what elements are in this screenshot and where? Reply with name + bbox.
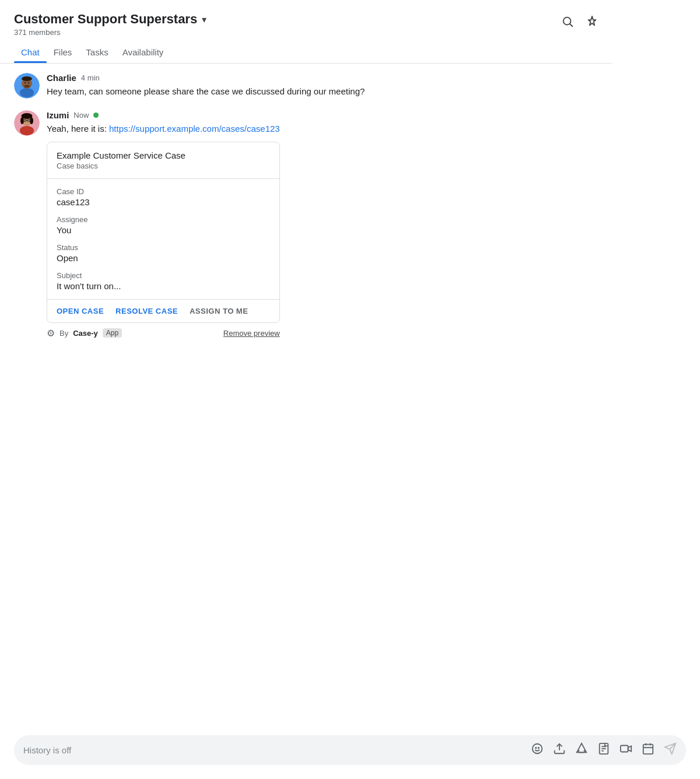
- case-card-subtitle: Case basics: [57, 162, 270, 170]
- field-subject: Subject It won't turn on...: [57, 271, 270, 291]
- izumi-text: Yeah, here it is: https://support.exampl…: [47, 122, 280, 136]
- input-bar: History is off: [14, 735, 612, 765]
- by-text: By: [60, 329, 68, 338]
- tab-availability[interactable]: Availability: [116, 41, 171, 63]
- svg-point-22: [538, 748, 539, 748]
- assignee-label: Assignee: [57, 215, 270, 224]
- assign-to-me-button[interactable]: ASSIGN TO ME: [190, 307, 248, 315]
- svg-point-0: [564, 17, 571, 25]
- tab-files[interactable]: Files: [47, 41, 79, 63]
- remove-preview-button[interactable]: Remove preview: [223, 329, 280, 338]
- doc-icon[interactable]: [597, 742, 610, 758]
- tab-tasks[interactable]: Tasks: [79, 41, 115, 63]
- by-line: ⚙ By Case-y App Remove preview: [47, 328, 280, 339]
- avatar-charlie: [14, 73, 40, 99]
- charlie-content: Charlie 4 min Hey team, can someone plea…: [47, 73, 365, 99]
- emoji-icon[interactable]: [531, 742, 544, 758]
- case-card-header: Example Customer Service Case Case basic…: [47, 142, 279, 178]
- resolve-case-button[interactable]: RESOLVE CASE: [116, 307, 178, 315]
- message-izumi: Izumi Now Yeah, here it is: https://supp…: [14, 110, 598, 339]
- avatar-izumi: [14, 110, 40, 136]
- subject-label: Subject: [57, 271, 270, 280]
- members-count: 371 members: [14, 28, 206, 37]
- header: Customer Support Superstars ▾ 371 member…: [0, 0, 612, 37]
- case-id-value: case123: [57, 197, 270, 207]
- status-value: Open: [57, 253, 270, 263]
- case-card: Example Customer Service Case Case basic…: [47, 142, 280, 323]
- assignee-value: You: [57, 225, 270, 235]
- casey-name: Case-y: [73, 329, 98, 338]
- subject-value: It won't turn on...: [57, 281, 270, 291]
- field-status: Status Open: [57, 243, 270, 263]
- open-case-button[interactable]: OPEN CASE: [57, 307, 104, 315]
- svg-point-6: [28, 82, 29, 83]
- online-indicator: [93, 113, 99, 118]
- svg-line-1: [570, 24, 572, 26]
- charlie-time: 4 min: [81, 73, 100, 82]
- izumi-time: Now: [74, 111, 89, 120]
- casey-icon: ⚙: [47, 328, 55, 339]
- case-id-label: Case ID: [57, 187, 270, 196]
- status-label: Status: [57, 243, 270, 252]
- izumi-name: Izumi: [47, 110, 69, 120]
- izumi-content: Izumi Now Yeah, here it is: https://supp…: [47, 110, 280, 339]
- svg-point-20: [533, 744, 542, 754]
- svg-point-8: [22, 76, 32, 81]
- header-title: Customer Support Superstars ▾: [14, 12, 206, 27]
- tabs: Chat Files Tasks Availability: [0, 41, 612, 64]
- pin-icon[interactable]: [586, 15, 598, 31]
- search-icon[interactable]: [561, 15, 574, 31]
- charlie-text: Hey team, can someone please share the c…: [47, 85, 365, 99]
- tab-chat[interactable]: Chat: [14, 41, 47, 63]
- group-name: Customer Support Superstars: [14, 12, 197, 27]
- upload-icon[interactable]: [553, 742, 566, 758]
- svg-point-10: [20, 126, 34, 135]
- svg-point-7: [24, 85, 30, 88]
- svg-point-5: [24, 82, 26, 83]
- case-card-title: Example Customer Service Case: [57, 150, 270, 160]
- header-left: Customer Support Superstars ▾ 371 member…: [14, 12, 206, 37]
- message-charlie: Charlie 4 min Hey team, can someone plea…: [14, 73, 598, 99]
- case-card-actions: OPEN CASE RESOLVE CASE ASSIGN TO ME: [47, 299, 279, 322]
- chat-area: Charlie 4 min Hey team, can someone plea…: [0, 64, 612, 360]
- charlie-header: Charlie 4 min: [47, 73, 365, 83]
- izumi-header: Izumi Now: [47, 110, 280, 120]
- svg-point-21: [536, 748, 536, 748]
- svg-point-18: [24, 120, 26, 121]
- field-assignee: Assignee You: [57, 215, 270, 235]
- input-placeholder[interactable]: History is off: [23, 745, 522, 755]
- case-card-body: Case ID case123 Assignee You Status Open…: [47, 179, 279, 299]
- drive-icon[interactable]: [575, 742, 588, 758]
- charlie-name: Charlie: [47, 73, 76, 83]
- app-badge: App: [103, 328, 122, 338]
- chevron-down-icon[interactable]: ▾: [202, 14, 206, 25]
- svg-point-19: [29, 120, 30, 121]
- field-case-id: Case ID case123: [57, 187, 270, 207]
- svg-point-3: [20, 88, 34, 97]
- case-link[interactable]: https://support.example.com/cases/case12…: [109, 124, 280, 134]
- input-icons: [531, 742, 612, 758]
- header-icons: [561, 12, 598, 31]
